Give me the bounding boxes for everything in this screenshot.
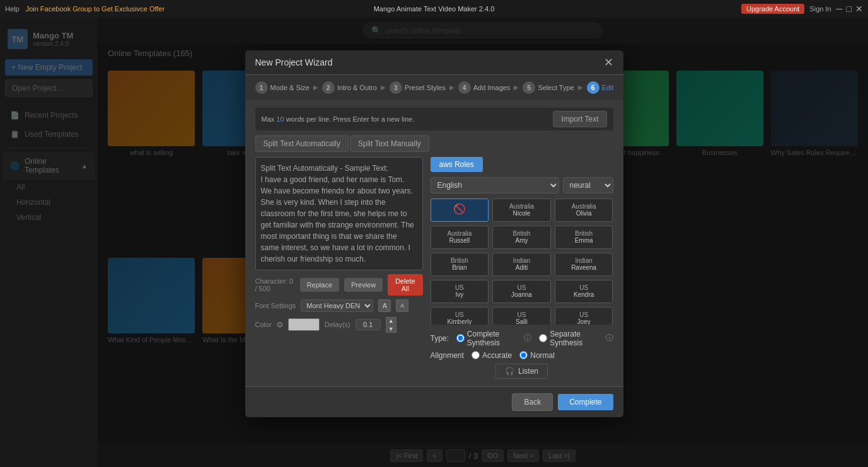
voice-cell-indian-raveena[interactable]: Indian Raveena (555, 253, 613, 276)
step-number-1: 1 (255, 81, 268, 94)
type-separate-text: Separate Synthesis (550, 330, 598, 347)
voice-cell-australia-russell[interactable]: Australia Russell (431, 226, 489, 249)
delay-input[interactable] (356, 319, 381, 330)
voice-cell-us-kendra[interactable]: US Kendra (555, 280, 613, 303)
type-separate-info-icon: ⓘ (606, 333, 613, 343)
voice-country: US (495, 284, 548, 291)
alignment-normal-radio[interactable] (519, 351, 528, 359)
sign-in-text[interactable]: Sign In (809, 5, 831, 13)
modal-overlay: New Project Wizard ✕ 1 Mode & Size ▶ 2 I… (0, 0, 868, 467)
alignment-accurate-radio[interactable] (472, 351, 480, 359)
step-number-5: 5 (523, 81, 535, 94)
delete-all-button[interactable]: Delete All (388, 274, 422, 296)
tabs-row: Split Text Automatically Split Text Manu… (255, 135, 613, 152)
type-row: Type: Complete Synthesis ⓘ Separate Synt… (431, 330, 613, 347)
step-label-2: Intro & Outro (337, 84, 377, 91)
voice-country: British (558, 230, 610, 237)
alignment-accurate-label[interactable]: Accurate (472, 351, 512, 360)
voice-name: Kimberly (434, 318, 486, 325)
voice-name: Kendra (558, 291, 610, 299)
complete-button[interactable]: Complete (558, 394, 613, 410)
upgrade-button[interactable]: Upgrade Account (741, 4, 804, 14)
voice-name: Raveena (558, 264, 610, 272)
mute-icon: 🚫 (434, 203, 486, 215)
close-button[interactable]: ✕ (855, 4, 863, 14)
voice-country: US (558, 311, 610, 318)
voice-name: Aditi (495, 264, 548, 272)
alignment-normal-label[interactable]: Normal (519, 351, 555, 360)
new-project-wizard-modal: New Project Wizard ✕ 1 Mode & Size ▶ 2 I… (245, 50, 623, 417)
back-button[interactable]: Back (512, 393, 553, 411)
alignment-row: Alignment Accurate Normal (431, 351, 613, 360)
step-label-1: Mode & Size (270, 84, 310, 91)
type-separate-radio[interactable] (539, 334, 547, 342)
modal-close-button[interactable]: ✕ (604, 57, 613, 68)
step-arrow-4: ▶ (514, 84, 519, 91)
voice-country: Australia (434, 230, 486, 237)
step-number-2: 2 (322, 81, 335, 94)
font-select[interactable]: Mont Heavy DEN (301, 299, 373, 312)
type-complete-info-icon: ⓘ (524, 333, 531, 343)
alignment-accurate-text: Accurate (482, 351, 512, 360)
notice-prefix: Max (262, 115, 277, 123)
color-swatch[interactable] (288, 318, 320, 331)
title-bar-left: Help Join Facebook Group to Get Exclusiv… (5, 5, 165, 13)
minimize-button[interactable]: ─ (836, 4, 843, 14)
voice-cell-none[interactable]: 🚫 (431, 199, 489, 222)
join-link[interactable]: Join Facebook Group to Get Exclusivce Of… (26, 5, 165, 13)
text-area-content: Split Text Automatically - Sample Text: … (261, 163, 417, 265)
voice-cell-australia-olivia[interactable]: Australia Olivia (555, 199, 613, 222)
preview-button[interactable]: Preview (344, 278, 383, 292)
wizard-step-3[interactable]: 3 Preset Styles (390, 81, 446, 94)
color-indicator-icon: ⊙ (277, 320, 283, 329)
voice-cell-indian-aditi[interactable]: Indian Aditi (492, 253, 551, 276)
replace-button[interactable]: Replace (300, 278, 339, 292)
voice-cell-us-ivy[interactable]: US Ivy (431, 280, 489, 303)
title-bar-right: Upgrade Account Sign In ─ □ ✕ (741, 4, 863, 14)
voice-cell-us-joanna[interactable]: US Joanna (492, 280, 551, 303)
voice-cell-british-emma[interactable]: British Emma (555, 226, 613, 249)
wizard-step-1[interactable]: 1 Mode & Size (255, 81, 310, 94)
font-size-large-button[interactable]: A (378, 299, 391, 312)
wizard-step-2[interactable]: 2 Intro & Outro (322, 81, 377, 94)
voice-country: British (434, 257, 486, 264)
voice-cell-british-brian[interactable]: British Brian (431, 253, 489, 276)
char-value: : 0 / 500 (255, 277, 294, 292)
voice-cell-british-amy[interactable]: British Amy (492, 226, 551, 249)
modal-footer: Back Complete (245, 386, 623, 417)
type-complete-label[interactable]: Complete Synthesis (456, 330, 516, 347)
delay-increment-button[interactable]: ▲ (386, 317, 396, 325)
color-label: Color (255, 321, 272, 328)
voice-type-select[interactable]: neural (563, 177, 613, 193)
wizard-step-5[interactable]: 5 Select Type (523, 81, 574, 94)
wizard-step-6[interactable]: 6 Edit (587, 81, 614, 94)
type-separate-label[interactable]: Separate Synthesis (539, 330, 598, 347)
restore-button[interactable]: □ (847, 4, 852, 14)
language-select[interactable]: English (431, 177, 559, 193)
voice-cell-australia-nicole[interactable]: Australia Nicole (492, 199, 551, 222)
listen-label: Listen (518, 367, 538, 376)
voice-cell-us-salli[interactable]: US Salli (492, 307, 551, 325)
split-manual-tab[interactable]: Split Text Manually (350, 135, 429, 152)
voice-cell-us-joey[interactable]: US Joey (555, 307, 613, 325)
step-arrow-2: ▶ (381, 84, 386, 91)
font-size-small-button[interactable]: A (396, 299, 408, 312)
char-row: Character: 0 / 500 Replace Preview Delet… (255, 274, 423, 296)
step-arrow-1: ▶ (313, 84, 318, 91)
alignment-label: Alignment (431, 351, 464, 360)
voice-cell-us-kimberly[interactable]: US Kimberly (431, 307, 489, 325)
step-arrow-3: ▶ (449, 84, 454, 91)
text-area-container[interactable]: Split Text Automatically - Sample Text: … (255, 157, 423, 270)
voice-name: Joanna (495, 291, 548, 299)
modal-two-col: Split Text Automatically - Sample Text: … (255, 157, 613, 379)
voice-name: Ivy (434, 291, 486, 299)
import-text-button[interactable]: Import Text (553, 111, 606, 127)
listen-button[interactable]: 🎧 Listen (495, 364, 548, 379)
voice-name: Amy (495, 237, 548, 245)
aws-roles-button[interactable]: aws Roles (431, 157, 483, 172)
wizard-step-4[interactable]: 4 Add Images (458, 81, 511, 94)
type-complete-radio[interactable] (456, 334, 465, 342)
delay-decrement-button[interactable]: ▼ (386, 325, 396, 333)
split-auto-tab[interactable]: Split Text Automatically (255, 135, 349, 152)
step-label-3: Preset Styles (405, 84, 446, 91)
